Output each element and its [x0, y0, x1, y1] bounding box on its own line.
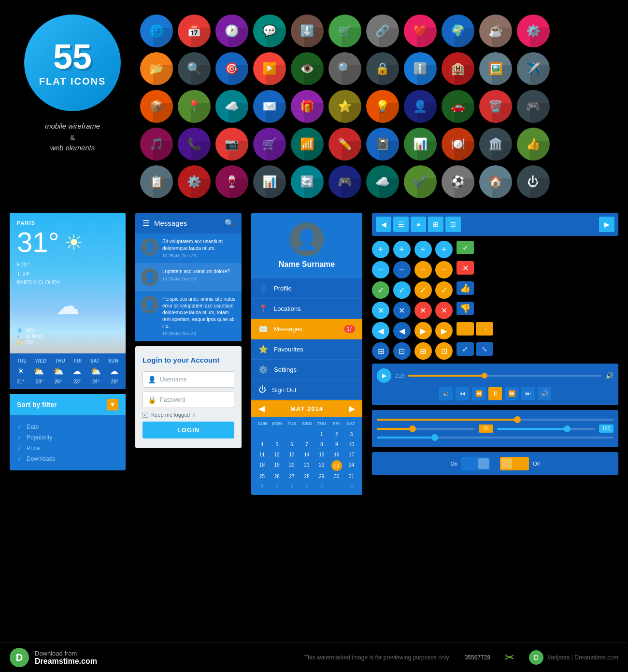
icon-circle-2-10[interactable]: 🎮	[517, 90, 550, 123]
profile-menu-item-profile[interactable]: 👤Profile	[251, 278, 362, 299]
icon-circle-3-8[interactable]: 🍽️	[442, 128, 474, 161]
cal-cell-8[interactable]: 5	[270, 440, 284, 449]
icon-circle-1-0[interactable]: 📂	[140, 52, 173, 85]
filter-item-price[interactable]: ✓Price	[17, 444, 118, 452]
message-item-1[interactable]: 👤 Luptatem acc usantium dolore? 10:25AM,…	[135, 263, 242, 291]
x-circle-4[interactable]: ✕	[435, 302, 453, 319]
arrow-left-circle-1[interactable]: ◀	[372, 322, 389, 339]
icon-circle-2-3[interactable]: ✉️	[253, 90, 286, 123]
icon-circle-2-0[interactable]: 📦	[140, 90, 173, 123]
cal-cell-41[interactable]: 6	[344, 482, 358, 491]
cal-cell-5[interactable]: 2	[329, 430, 343, 439]
filter-item-popularity[interactable]: ✓Popularity	[17, 434, 118, 441]
minus-btn-orange2[interactable]: −	[435, 261, 453, 278]
plus-btn-blue3[interactable]: +	[414, 241, 432, 258]
volume-up-btn[interactable]: 🔊	[538, 387, 551, 400]
nav-grid1-btn[interactable]: ⊞	[428, 217, 443, 232]
slider-track-1[interactable]	[377, 419, 614, 421]
expand-circle-4[interactable]: ⊡	[435, 342, 453, 360]
cal-cell-24[interactable]: 21	[300, 460, 314, 471]
hamburger-icon[interactable]: ☰	[143, 219, 149, 228]
expand-circle-1[interactable]: ⊞	[372, 342, 389, 360]
icon-circle-2-9[interactable]: 🗑️	[479, 90, 512, 123]
message-item-2[interactable]: 👤 Perspiciatis unde omnis iste natus err…	[135, 291, 242, 341]
pause-btn[interactable]: ⏸	[488, 387, 502, 400]
nav-forward-btn[interactable]: ▶	[599, 217, 614, 232]
cal-cell-38[interactable]: 4	[300, 482, 314, 491]
icon-circle-3-6[interactable]: 📓	[366, 128, 399, 161]
cal-cell-37[interactable]: 3	[285, 482, 299, 491]
username-field[interactable]: 👤 Username	[143, 371, 234, 388]
icon-circle-0-0[interactable]: 🌐	[140, 15, 173, 47]
cal-cell-39[interactable]: 5	[314, 482, 328, 491]
cal-cell-21[interactable]: 18	[255, 460, 269, 471]
icon-circle-1-8[interactable]: 🏨	[442, 52, 474, 85]
nav-grid2-btn[interactable]: ⊡	[445, 217, 461, 232]
password-input[interactable]: Password	[160, 396, 229, 403]
profile-menu-item-settings[interactable]: ⚙️Settings	[251, 360, 362, 380]
cal-cell-10[interactable]: 7	[300, 440, 314, 449]
cal-cell-23[interactable]: 20	[285, 460, 299, 471]
username-input[interactable]: Username	[160, 376, 229, 383]
x-circle-1[interactable]: ✕	[372, 302, 389, 319]
icon-circle-4-0[interactable]: 📋	[140, 165, 173, 198]
icon-circle-4-7[interactable]: ✔️	[404, 165, 437, 198]
cal-cell-35[interactable]: 1	[255, 482, 269, 491]
cal-cell-28[interactable]: 25	[255, 472, 269, 481]
check-circle-3[interactable]: ✓	[414, 281, 432, 299]
messages-search-icon[interactable]: 🔍	[225, 219, 234, 228]
nav-list2-btn[interactable]: ≡	[411, 217, 426, 232]
filter-item-date[interactable]: ✓Date	[17, 423, 118, 431]
filter-item-downloads[interactable]: ✓Downloads	[17, 455, 118, 463]
icon-circle-3-1[interactable]: 📞	[178, 128, 211, 161]
icon-circle-3-0[interactable]: 🎵	[140, 128, 173, 161]
icon-circle-2-1[interactable]: 📍	[178, 90, 211, 123]
icon-circle-1-10[interactable]: ✈️	[517, 52, 550, 85]
icon-circle-0-9[interactable]: ☕	[479, 15, 512, 47]
prev-btn[interactable]: ⏮	[456, 387, 469, 400]
check-circle-1[interactable]: ✓	[372, 281, 389, 299]
cal-cell-17[interactable]: 14	[300, 450, 314, 459]
icon-circle-3-9[interactable]: 🏛️	[479, 128, 512, 161]
check-circle-2[interactable]: ✓	[393, 281, 411, 299]
cal-cell-25[interactable]: 22	[314, 460, 328, 471]
cal-cell-13[interactable]: 10	[344, 440, 358, 449]
filter-dropdown-icon[interactable]: ▼	[107, 399, 118, 410]
icon-circle-4-3[interactable]: 📊	[253, 165, 286, 198]
arrow-left-circle-2[interactable]: ◀	[393, 322, 411, 339]
icon-circle-4-6[interactable]: ☁️	[366, 165, 399, 198]
icon-circle-4-1[interactable]: ⚙️	[178, 165, 211, 198]
cal-cell-16[interactable]: 13	[285, 450, 299, 459]
x-circle-3[interactable]: ✕	[414, 302, 432, 319]
slider-handle-1[interactable]	[514, 416, 521, 423]
cal-cell-36[interactable]: 2	[270, 482, 284, 491]
right-arr-btn[interactable]: →	[476, 322, 493, 336]
icon-circle-1-9[interactable]: 🖼️	[479, 52, 512, 85]
check-circle-4[interactable]: ✓	[435, 281, 453, 299]
icon-circle-2-8[interactable]: 🚗	[442, 90, 474, 123]
icon-circle-3-7[interactable]: 📊	[404, 128, 437, 161]
icon-circle-1-3[interactable]: ▶️	[253, 52, 286, 85]
cal-cell-34[interactable]: 31	[344, 472, 358, 481]
icon-circle-4-5[interactable]: 🎮	[328, 165, 361, 198]
icon-circle-2-6[interactable]: 💡	[366, 90, 399, 123]
minus-btn-blue[interactable]: −	[372, 261, 389, 278]
icon-circle-1-5[interactable]: 🔍	[328, 52, 361, 85]
cal-cell-30[interactable]: 27	[285, 472, 299, 481]
cal-cell-33[interactable]: 30	[329, 472, 343, 481]
volume-icon[interactable]: 🔊	[605, 372, 614, 380]
icon-circle-0-6[interactable]: 🔗	[366, 15, 399, 47]
icon-circle-4-4[interactable]: 🔄	[291, 165, 324, 198]
cal-prev-arrow[interactable]: ◀	[258, 404, 265, 413]
cal-cell-31[interactable]: 28	[300, 472, 314, 481]
icon-circle-0-3[interactable]: 💬	[253, 15, 286, 47]
cal-cell-27[interactable]: 24	[344, 460, 358, 471]
icon-circle-4-8[interactable]: ⚽	[442, 165, 474, 198]
play-button[interactable]: ▶	[377, 368, 391, 383]
thumb-down-btn[interactable]: 👎	[457, 302, 474, 315]
icon-circle-4-2[interactable]: 🍷	[215, 165, 248, 198]
volume-down-btn[interactable]: 🔉	[439, 387, 453, 400]
nav-list1-btn[interactable]: ☰	[393, 217, 409, 232]
icon-circle-1-4[interactable]: 👁️	[291, 52, 324, 85]
next-btn[interactable]: ⏭	[521, 387, 535, 400]
